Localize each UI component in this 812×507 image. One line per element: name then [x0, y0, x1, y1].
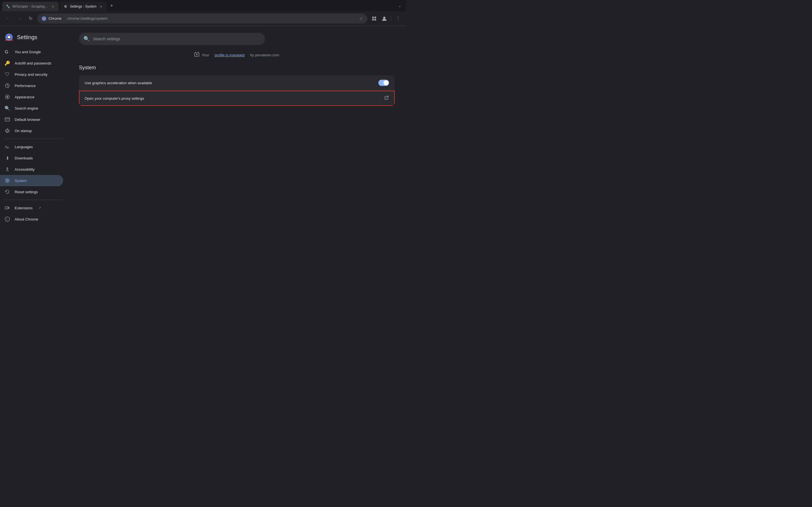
svg-line-26	[386, 96, 388, 98]
sidebar-item-about-chrome[interactable]: i About Chrome	[0, 214, 63, 225]
languages-icon: A A	[4, 144, 10, 150]
tab-mrscaper[interactable]: 🔧 MrScraper - Scraping Tool & ✕	[2, 2, 59, 11]
toolbar-divider	[391, 16, 391, 21]
sidebar-item-system[interactable]: System	[0, 175, 63, 186]
url-favicon	[42, 16, 46, 21]
svg-rect-21	[5, 207, 8, 209]
address-bar: ← → ↻ Chrome chrome://settings/system ☆	[0, 11, 406, 26]
url-path: chrome://settings/system	[67, 16, 108, 20]
sidebar-label-reset-settings: Reset settings	[15, 190, 38, 194]
extensions-sidebar-icon	[4, 205, 10, 211]
graphics-toggle[interactable]	[378, 80, 389, 86]
tab-expand-button[interactable]: ⌄	[396, 2, 404, 10]
sidebar-label-languages: Languages	[15, 145, 33, 149]
sidebar-label-you-and-google: You and Google	[15, 50, 41, 54]
tab-bar: 🔧 MrScraper - Scraping Tool & ✕ ⚙ Settin…	[0, 0, 406, 11]
search-icon: 🔍	[4, 105, 10, 111]
sidebar-item-downloads[interactable]: ⬇ Downloads	[0, 152, 63, 164]
managed-text-after: by penateam.com	[250, 53, 279, 57]
sidebar-label-downloads: Downloads	[15, 156, 33, 160]
sidebar-item-default-browser[interactable]: Default browser	[0, 114, 63, 125]
svg-point-19	[7, 167, 8, 168]
extensions-external-icon: ↗	[38, 206, 41, 210]
forward-button[interactable]: →	[15, 14, 24, 23]
sidebar-item-on-startup[interactable]: ⏻ On startup	[0, 125, 63, 136]
sidebar-label-default-browser: Default browser	[15, 117, 40, 122]
sidebar-label-autofill: Autofill and passwords	[15, 61, 51, 65]
settings-title: Settings	[17, 34, 37, 41]
sidebar-label-system: System	[15, 179, 27, 183]
sidebar-item-appearance[interactable]: Appearance	[0, 91, 63, 103]
main-content: Settings G You and Google 🔑 Autofill and…	[0, 26, 406, 253]
toolbar-buttons: ⋮	[370, 14, 403, 23]
tab-close-mrscaper[interactable]: ✕	[51, 4, 55, 9]
sidebar-label-search-engine: Search engine	[15, 106, 38, 110]
settings-card: Use graphics acceleration when available…	[79, 75, 395, 106]
sidebar-label-extensions: Extensions	[15, 206, 33, 210]
sidebar-item-autofill[interactable]: 🔑 Autofill and passwords	[0, 57, 63, 69]
tab-settings[interactable]: ⚙ Settings - System ✕	[60, 2, 107, 11]
about-chrome-icon: i	[4, 216, 10, 222]
sidebar: Settings G You and Google 🔑 Autofill and…	[0, 26, 68, 253]
sidebar-item-accessibility[interactable]: Accessibility	[0, 164, 63, 175]
key-icon: 🔑	[4, 60, 10, 66]
proxy-label: Open your computer's proxy settings	[85, 96, 384, 101]
profile-button[interactable]	[380, 14, 389, 23]
tab-favicon-mrscaper: 🔧	[6, 4, 10, 9]
sidebar-item-extensions[interactable]: Extensions ↗	[0, 202, 63, 214]
menu-button[interactable]: ⋮	[394, 14, 403, 23]
search-icon-input: 🔍	[84, 36, 90, 42]
proxy-external-link[interactable]	[384, 95, 389, 101]
sidebar-divider-1	[4, 138, 63, 139]
sidebar-item-performance[interactable]: Performance	[0, 80, 63, 91]
svg-point-14	[6, 96, 8, 98]
sidebar-item-reset-settings[interactable]: Reset settings	[0, 186, 63, 198]
system-icon	[4, 178, 10, 183]
svg-point-7	[383, 17, 386, 19]
graphics-toggle-container[interactable]	[378, 80, 389, 86]
bookmark-icon[interactable]: ☆	[359, 16, 363, 21]
settings-row-proxy[interactable]: Open your computer's proxy settings	[79, 91, 395, 106]
performance-icon	[4, 83, 10, 89]
reload-button[interactable]: ↻	[26, 14, 35, 23]
managed-text-before: Your	[202, 53, 209, 57]
settings-row-graphics[interactable]: Use graphics acceleration when available	[79, 75, 395, 91]
extensions-button[interactable]	[370, 14, 378, 23]
svg-point-2	[43, 18, 45, 19]
sidebar-label-appearance: Appearance	[15, 95, 35, 99]
svg-rect-25	[196, 54, 197, 55]
new-tab-button[interactable]: +	[108, 2, 116, 10]
url-site-name: Chrome	[49, 16, 61, 20]
content-area: 🔍 Your profile is managed by penateam.co…	[68, 26, 406, 253]
svg-point-10	[8, 36, 10, 39]
tab-title-mrscaper: MrScraper - Scraping Tool &	[12, 4, 49, 8]
sidebar-item-you-and-google[interactable]: G You and Google	[0, 46, 63, 57]
sidebar-header: Settings	[0, 31, 68, 46]
svg-rect-4	[374, 17, 376, 18]
sidebar-label-privacy: Privacy and security	[15, 72, 47, 76]
svg-point-22	[5, 217, 10, 221]
sidebar-item-languages[interactable]: A A Languages	[0, 141, 63, 152]
google-icon: G	[4, 49, 10, 55]
section-title: System	[79, 65, 395, 71]
svg-text:G: G	[5, 50, 8, 54]
url-text	[64, 16, 65, 20]
managed-banner: Your profile is managed by penateam.com	[79, 52, 395, 58]
svg-point-20	[6, 180, 8, 181]
sidebar-item-privacy[interactable]: 🛡 Privacy and security	[0, 69, 63, 80]
svg-text:A: A	[7, 146, 9, 149]
sidebar-item-search-engine[interactable]: 🔍 Search engine	[0, 103, 63, 114]
url-bar[interactable]: Chrome chrome://settings/system ☆	[37, 13, 367, 24]
managed-link[interactable]: profile is managed	[214, 53, 245, 57]
download-icon: ⬇	[4, 155, 10, 161]
search-input[interactable]	[93, 37, 260, 41]
svg-rect-6	[374, 19, 376, 20]
svg-rect-3	[372, 17, 374, 18]
sidebar-label-about-chrome: About Chrome	[15, 217, 38, 221]
sidebar-label-on-startup: On startup	[15, 129, 32, 133]
browser-frame: 🔧 MrScraper - Scraping Tool & ✕ ⚙ Settin…	[0, 0, 406, 253]
search-bar[interactable]: 🔍	[79, 33, 265, 45]
tab-close-settings[interactable]: ✕	[99, 4, 103, 9]
tab-title-settings: Settings - System	[70, 4, 96, 8]
back-button[interactable]: ←	[3, 14, 12, 23]
